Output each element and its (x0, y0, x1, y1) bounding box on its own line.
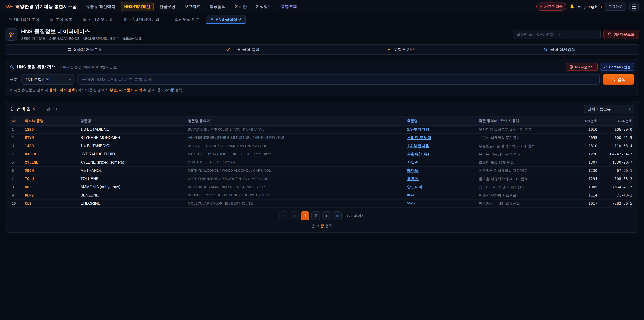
pagination: « ‹ 12 › » 1 / 2 페이지 (10, 211, 634, 220)
substance-kr-link[interactable]: 톨루엔 (407, 177, 418, 181)
cell-code: STYN (23, 134, 78, 142)
menu-icon (632, 5, 636, 5)
nav-item[interactable]: 기상정보 (252, 2, 276, 11)
search-button[interactable]: 검색 (603, 74, 634, 85)
cell-un-number: 1005 (569, 183, 600, 191)
pager-prev-button[interactable]: ‹ (290, 211, 299, 220)
category-select-value: 전체 통합검색 (25, 77, 49, 82)
cell-kr-synonyms: 부타디엔·합성고무·합성수지 원료 (477, 125, 569, 134)
nav-item[interactable]: 항공탐색 (206, 2, 229, 11)
cell-kr-name: 윤활유(기유) (405, 150, 477, 158)
portmis-link-button[interactable]: Port-MIS 연동 (600, 63, 634, 71)
table-row[interactable]: 10 CL2 CHLORINE MOLECULAR CHLORINE / BER… (10, 199, 634, 208)
table-row[interactable]: 8 NH3 AMMONIA (anhydrous) ANHYDROUS AMMO… (10, 183, 634, 191)
chevron-down-icon: ▾ (69, 77, 71, 81)
col-un: UN번호 (569, 116, 600, 125)
tab-item[interactable]: ✎ 대기확산 분석 (5, 15, 44, 24)
table-row[interactable]: 6 MEOH METHANOL METHYL ALCOHOL / WOOD AL… (10, 166, 634, 175)
cell-kr-synonyms: 크실렌·도료·용제 원료 (477, 158, 569, 166)
feature-substance-properties[interactable]: 주요 물질 특성 (164, 45, 322, 54)
tab-label: 시나리오 관리 (88, 17, 114, 22)
document-icon (10, 107, 14, 111)
table-row[interactable]: 1 13BD 1,3-BUTADIENE BUTADIENE / PYRROLE… (10, 125, 634, 134)
cell-kr-name: 암모니아 (405, 183, 477, 191)
cell-code: XYLENE (23, 158, 78, 166)
logout-button[interactable]: 로그아웃 (605, 3, 626, 11)
menu-button[interactable] (629, 3, 639, 11)
table-row[interactable]: 3 14BD 1,4-BUTANEDIOL BUTANE-1,4-DIOL / … (10, 142, 634, 150)
substance-kr-link[interactable]: 자일렌 (407, 160, 418, 164)
user-name: Eunjeong Kim (578, 4, 602, 9)
pager-last-button[interactable]: » (333, 211, 342, 220)
cell-en-name: 1,3-BUTADIENE (78, 125, 186, 134)
search-button-icon (611, 77, 615, 81)
substance-kr-link[interactable]: 1,4-부탄디올 (407, 144, 429, 148)
search-icon (544, 48, 548, 52)
pager-page-button[interactable]: 1 (301, 211, 310, 220)
substance-kr-link[interactable]: 암모니아 (407, 185, 422, 189)
behavior-filter-select[interactable]: 전체 거동분류 ▾ (584, 105, 634, 113)
table-row[interactable]: 5 XYLENE XYLENE (mixed isomers) DIMETHYL… (10, 158, 634, 166)
cell-en-name: AMMONIA (anhydrous) (78, 183, 186, 191)
table-row[interactable]: 7 TOLU TOLUENE METHYLBENZENE / TOLUOL / … (10, 175, 634, 183)
cell-un-number: 1230 (569, 166, 600, 175)
substance-kr-link[interactable]: 스티렌 모노머 (407, 135, 431, 140)
table-row[interactable]: 2 STYN STYRENE MONOMER VINYLBENZENE / ET… (10, 134, 634, 142)
tab-item[interactable]: ▥ HNS 대응매뉴얼 (120, 15, 164, 24)
substance-kr-link[interactable]: 염소 (407, 201, 415, 206)
search-title-icon (10, 65, 14, 69)
nav-item[interactable]: 통합조회 (277, 2, 301, 11)
grid-icon (67, 48, 71, 52)
feature-sebc-classification[interactable]: SEBC 거동분류 (5, 45, 164, 54)
table-row[interactable]: 9 BENZ BENZENE BENZOL / CYCLOHEXATRIENE … (10, 191, 634, 199)
cell-cas-number: 7664-41-7 (599, 183, 634, 191)
tab-label: 확산모델 이론 (174, 17, 200, 22)
top-navigation-bar: 해양환경 위기대응 통합시스템 유출유 확산예측HNS·대기확산긴급구난보고자료… (0, 0, 644, 14)
nav-item[interactable]: 긴급구난 (156, 2, 179, 11)
feature-detail-search[interactable]: 물질 상세검색 (480, 45, 639, 54)
chevron-down-icon: ▾ (629, 107, 630, 111)
tab-item[interactable]: ▤ 분석 목록 (46, 15, 77, 24)
nav-item[interactable]: HNS·대기확산 (120, 2, 154, 11)
db-download-button[interactable]: DB 다운로드 (604, 30, 639, 39)
app-logo[interactable]: 해양환경 위기대응 통합시스템 (5, 4, 77, 10)
cell-kr-name: 벤젠 (405, 191, 477, 199)
cell-cas-number: 110-63-4 (599, 142, 634, 150)
table-row[interactable]: 4 BASEOIL HYDRAULIC FLUID BASE OIL / HYD… (10, 150, 634, 158)
substance-kr-link[interactable]: 1,3-부타디엔 (407, 127, 429, 132)
cell-en-name: 1,4-BUTANEDIOL (78, 142, 186, 150)
header-search-input[interactable] (513, 30, 601, 39)
substance-kr-link[interactable]: 메탄올 (407, 168, 418, 173)
substance-kr-link[interactable]: 벤젠 (407, 193, 415, 197)
cell-kr-name: 1,4-부탄디올 (405, 142, 477, 150)
pager-page-button[interactable]: 2 (312, 211, 320, 220)
feature-risk-criteria[interactable]: 위험도 기준 (322, 45, 480, 54)
cell-cas-number: 108-88-3 (599, 175, 634, 183)
nav-item[interactable]: 게시판 (231, 2, 250, 11)
pager-first-button[interactable]: « (279, 211, 288, 220)
cell-un-number: 2055 (569, 134, 600, 142)
cell-code: TOLU (23, 175, 78, 183)
notification-bell-icon[interactable] (570, 4, 574, 9)
results-count: — 20건 조회 (38, 107, 59, 112)
tab-icon: ▤ (50, 17, 53, 22)
cell-code: NH3 (23, 183, 78, 191)
unified-search-input[interactable] (78, 74, 600, 85)
pager-next-button[interactable]: › (322, 211, 331, 220)
substance-kr-link[interactable]: 윤활유(기유) (407, 152, 429, 156)
cell-un-number: 1017 (569, 199, 600, 208)
category-select[interactable]: 전체 통합검색 ▾ (22, 74, 74, 85)
wing-logo-icon (5, 4, 13, 9)
db-download-chip-button[interactable]: DB 다운로드 (566, 63, 598, 71)
cell-en-synonyms: ANHYDROUS AMMONIA / REFRIGERANT R-717 (186, 183, 405, 191)
molecule-icon (5, 28, 18, 41)
tab-item[interactable]: ❖ HNS 물질정보 (206, 15, 246, 24)
cell-kr-synonyms: 염소가스·수처리·화학공업 (477, 199, 569, 208)
tab-item[interactable]: ▣ 시나리오 관리 (79, 15, 118, 24)
cell-no: 10 (10, 199, 23, 208)
nav-item[interactable]: 유출유 확산예측 (82, 2, 119, 11)
cell-cas-number: 64742-54-7 (599, 150, 634, 158)
nav-item[interactable]: 보고자료 (180, 2, 204, 11)
incident-label: 사고 진행중 (544, 4, 563, 9)
tab-item[interactable]: △ 확산모델 이론 (165, 15, 204, 24)
